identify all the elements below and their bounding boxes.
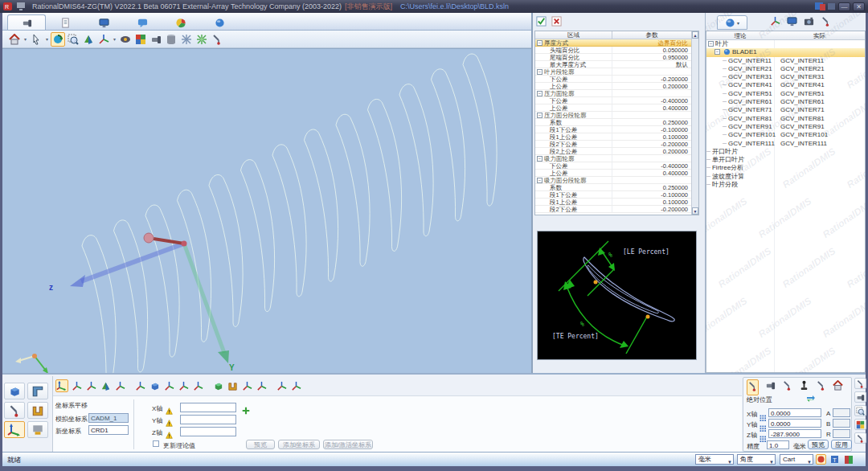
tree-row[interactable]: ─GCV_INTER41GCV_INTER41	[706, 81, 865, 89]
tree-row[interactable]: ─GCV_INTER91GCV_INTER91	[706, 123, 865, 131]
database-icon[interactable]	[164, 32, 178, 47]
tree-row[interactable]: ─GCV_INTER81GCV_INTER81	[706, 115, 865, 123]
close-button[interactable]: ✕	[853, 2, 865, 11]
column-header-param[interactable]: 参数	[612, 31, 691, 39]
cs-circle-icon[interactable]	[240, 379, 253, 392]
tree-row[interactable]: ─GCV_INTER71GCV_INTER71	[706, 106, 865, 114]
update-theory-checkbox[interactable]	[153, 440, 159, 447]
param-row[interactable]: 上公差0.400000	[535, 170, 698, 177]
sphere-tab-icon[interactable]: ▾	[717, 15, 747, 30]
minimize-button[interactable]: —	[838, 2, 850, 11]
tree-row[interactable]: ─GCV_INTER61GCV_INTER61	[706, 98, 865, 106]
param-row[interactable]: 段2上公差0.200000	[535, 148, 698, 155]
tree-row[interactable]: ─GCV_INTER111GCV_INTER111	[706, 140, 865, 148]
param-row[interactable]: −压力面轮廓	[535, 90, 698, 97]
tab-report[interactable]	[46, 14, 84, 30]
machine-axis-value[interactable]: 0.0000	[768, 408, 821, 417]
tab-graphics[interactable]	[162, 14, 200, 30]
tool-icon[interactable]	[149, 32, 163, 47]
machine-apply-button[interactable]: 应用	[831, 440, 852, 449]
param-row[interactable]: 段1上公差0.100000	[535, 133, 698, 141]
aux-axis-input[interactable]	[833, 419, 850, 428]
tree-row[interactable]: ─叶片分段	[706, 181, 865, 189]
cancel-icon[interactable]	[551, 15, 562, 30]
cs-gold-icon[interactable]	[226, 379, 239, 392]
tree-row[interactable]: ─Firtree分析	[706, 164, 865, 172]
caliper-icon[interactable]	[27, 383, 48, 399]
text-tool-icon[interactable]: T	[829, 454, 840, 465]
param-row[interactable]: −叶片段轮廓	[535, 68, 698, 76]
side-tab-icon[interactable]	[854, 378, 866, 389]
collapse-icon[interactable]: −	[537, 40, 542, 46]
machine-axis-value[interactable]: 0.0000	[768, 419, 821, 428]
side-tab-icon[interactable]	[854, 432, 866, 444]
side-tab-icon[interactable]	[854, 405, 866, 416]
cs-triad1-icon[interactable]	[113, 379, 126, 392]
param-row[interactable]: −厚度方式边界百分比	[535, 39, 698, 47]
cs-rotate-icon[interactable]	[70, 379, 83, 392]
column-header-theory[interactable]: 理论	[706, 31, 774, 39]
param-row[interactable]: 段2下公差-0.200000	[535, 206, 698, 213]
machine-preview-button[interactable]: 预览	[808, 440, 829, 449]
feature-tree[interactable]: 理论 实际 −叶片−BLADE1─GCV_INTER11GCV_INTER11─…	[706, 31, 866, 373]
tab-measure[interactable]	[7, 14, 46, 30]
param-row[interactable]: 上公差0.200000	[535, 83, 698, 90]
aux-axis-input[interactable]	[833, 429, 850, 438]
unit-select[interactable]: 毫米▼	[695, 454, 734, 465]
param-row[interactable]: 段1下公差-0.100000	[535, 191, 698, 199]
param-row[interactable]: 尾端百分比0.950000	[535, 54, 698, 61]
collapse-icon[interactable]: −	[714, 49, 720, 55]
scroll-down-icon[interactable]: ▼	[692, 207, 698, 215]
param-row[interactable]: 段1下公差-0.100000	[535, 126, 698, 133]
cs-cube-icon[interactable]	[148, 379, 161, 392]
sparkle-icon[interactable]	[194, 32, 209, 47]
param-row[interactable]: 最大厚度方式默认	[535, 61, 698, 68]
cs-translate-icon[interactable]	[55, 379, 68, 392]
param-row[interactable]: 下公差-0.200000	[535, 76, 698, 83]
confirm-icon[interactable]	[536, 15, 547, 30]
collision-icon[interactable]	[816, 454, 826, 465]
tree-row[interactable]: −BLADE1	[706, 48, 865, 56]
cs-small-icon[interactable]	[255, 379, 268, 392]
column-header-actual[interactable]: 实际	[774, 31, 865, 39]
preview-button[interactable]: 预览	[246, 440, 275, 449]
cs-misc-icon[interactable]	[289, 379, 302, 392]
collapse-icon[interactable]: −	[537, 91, 542, 96]
cs-triad3-icon[interactable]	[177, 379, 190, 392]
param-row[interactable]: −吸力面分段轮廓	[535, 177, 698, 184]
param-row[interactable]: 下公差-0.400000	[535, 162, 698, 170]
cs-pyramid-icon[interactable]	[99, 379, 112, 392]
cs-matrix-icon[interactable]	[162, 379, 175, 392]
tree-row[interactable]: −叶片	[706, 40, 865, 48]
axis-input[interactable]	[180, 427, 236, 436]
collapse-icon[interactable]: −	[537, 69, 542, 75]
new-cs-field[interactable]: CRD1	[88, 425, 129, 435]
cs-axis-icon[interactable]	[84, 379, 97, 392]
param-row[interactable]: 系数0.250000	[535, 184, 698, 191]
tab-web[interactable]	[200, 14, 239, 30]
tree-row[interactable]: ─开口叶片	[706, 148, 865, 156]
tab-comment[interactable]	[123, 14, 162, 30]
cursor-icon-dropdown[interactable]: ▾	[44, 32, 50, 47]
viewport-3d[interactable]: zY	[2, 48, 531, 373]
aux-axis-input[interactable]	[833, 408, 850, 417]
machine-tool-icon[interactable]	[782, 379, 792, 395]
tree-row[interactable]: ─GCV_INTER51GCV_INTER51	[706, 90, 865, 98]
coord-select[interactable]: Cart▼	[780, 454, 813, 465]
tree-row[interactable]: ─GCV_INTER21GCV_INTER21	[706, 65, 865, 73]
iso-view-icon[interactable]	[81, 32, 96, 47]
collapse-icon[interactable]: −	[708, 41, 714, 47]
tree-row[interactable]: ─单开口叶片	[706, 156, 865, 164]
param-row[interactable]: −压力面分段轮廓	[535, 112, 698, 119]
collapse-icon[interactable]: −	[537, 113, 542, 118]
add-icon[interactable]	[242, 403, 250, 418]
tree-row[interactable]: ─GCV_INTER101GCV_INTER101	[706, 131, 865, 139]
param-row[interactable]: 系数0.250000	[535, 119, 698, 126]
column-header-region[interactable]: 区域	[535, 31, 612, 39]
cursor-icon[interactable]	[29, 32, 43, 47]
zoom-region-icon[interactable]	[66, 32, 80, 47]
probe-icon[interactable]	[821, 15, 831, 30]
param-row[interactable]: 上公差0.400000	[535, 104, 698, 112]
machine-tool-icon[interactable]	[799, 379, 809, 395]
coordinate-icon[interactable]	[4, 421, 25, 438]
